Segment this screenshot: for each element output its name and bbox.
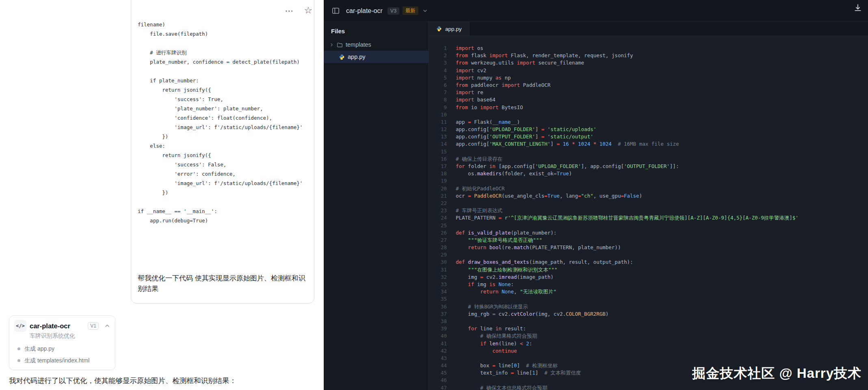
editor-column: app.py 1import os2from flask import Flas…: [429, 22, 868, 390]
code-line: 43: [429, 355, 868, 362]
code-line: 24PLATE_PATTERN = r'^[京津沪渝冀豫云辽黑湘皖鲁新苏浙赣鄂桂…: [429, 214, 868, 222]
code-line: 36 # 转换BGR为RGB以便显示: [429, 303, 868, 310]
latest-badge: 最新: [403, 6, 418, 15]
editor-tabstrip: app.py: [429, 22, 868, 36]
workspace-panel: car-plate-ocr V3 最新 Files templates app.…: [324, 0, 868, 390]
version-badge: V3: [387, 7, 399, 15]
tree-file-app-py[interactable]: app.py: [324, 51, 429, 63]
watermark-text: 掘金技术社区 @ Harry技术: [692, 364, 862, 383]
code-line: 1import os: [429, 45, 868, 52]
code-line: 31 """在图像上绘制检测框和识别文本""": [429, 266, 868, 274]
tab-app-py[interactable]: app.py: [429, 22, 470, 36]
code-line: 3from werkzeug.utils import secure_filen…: [429, 59, 868, 67]
folder-icon: [337, 42, 343, 48]
code-line: 15: [429, 148, 868, 155]
more-options-button[interactable]: ⋯: [285, 6, 293, 15]
code-line: 8import base64: [429, 96, 868, 103]
code-line: 5import numpy as np: [429, 74, 868, 82]
code-line: 13app.config['OUTPUT_FOLDER'] = 'static/…: [429, 133, 868, 140]
code-line: 37 img_rgb = cv2.cvtColor(img, cv2.COLOR…: [429, 310, 868, 318]
python-icon: [436, 26, 442, 32]
chat-toolbar: ⋯ ☆: [285, 6, 312, 15]
chat-panel: ⋯ ☆ filename) file.save(filepath) # 进行车牌…: [0, 0, 324, 390]
code-line: 28 return bool(re.match(PLATE_PATTERN, p…: [429, 244, 868, 251]
code-line: 22: [429, 200, 868, 207]
folder-name: templates: [346, 41, 371, 48]
code-line: 33 if img is None:: [429, 281, 868, 288]
user-prompt-text: 帮我优化一下代码 使其实现显示原始图片、检测框和识别结果: [138, 273, 307, 294]
status-dot-icon: [17, 347, 20, 350]
code-line: 12app.config['UPLOAD_FOLDER'] = 'static/…: [429, 126, 868, 133]
favorite-star-button[interactable]: ☆: [304, 6, 312, 15]
code-line: 7import re: [429, 89, 868, 96]
artifact-item-index-html[interactable]: 生成 templates/index.html: [14, 355, 110, 366]
artifact-title: car-plate-ocr: [30, 322, 70, 330]
chevron-up-icon[interactable]: [104, 323, 110, 329]
code-line: 35: [429, 295, 868, 303]
status-dot-icon: [17, 359, 20, 362]
code-line: 21ocr = PaddleOCR(use_angle_cls=True, la…: [429, 192, 868, 200]
code-line: 41 if len(line) < 2:: [429, 340, 868, 347]
code-line: 11app = Flask(__name__): [429, 119, 868, 126]
code-line: 20# 初始化PaddleOCR: [429, 185, 868, 192]
code-line: 40 # 确保结果格式符合预期: [429, 332, 868, 340]
user-code-block: filename) file.save(filepath) # 进行车牌识别 p…: [138, 20, 307, 225]
code-line: 23# 车牌号正则表达式: [429, 207, 868, 214]
code-icon: </>: [14, 320, 26, 332]
assistant-response-text: 我对代码进行了以下优化，使其能够显示原始图片、检测框和识别结果：: [9, 376, 236, 386]
tab-label: app.py: [445, 26, 462, 32]
artifact-subtitle: 车牌识别系统优化: [30, 332, 110, 340]
code-line: 34 return None, "无法读取图片": [429, 288, 868, 295]
code-lines: 1import os2from flask import Flask, rend…: [429, 45, 868, 390]
file-name: app.py: [348, 54, 366, 60]
python-icon: [339, 54, 345, 60]
code-line: 4import cv2: [429, 67, 868, 74]
code-line: 16# 确保上传目录存在: [429, 155, 868, 163]
code-line: 29: [429, 251, 868, 259]
chevron-down-icon[interactable]: [422, 8, 428, 13]
code-line: 39 for line in result:: [429, 325, 868, 332]
artifact-version-badge: V1: [88, 322, 99, 330]
code-line: 25: [429, 222, 868, 229]
artifact-card[interactable]: </> car-plate-ocr V1 车牌识别系统优化 生成 app.py …: [9, 315, 115, 370]
code-line: 47 # 确保文本信息格式符合预期: [429, 384, 868, 390]
chevron-right-icon: [329, 43, 334, 47]
code-line: 6from paddleocr import PaddleOCR: [429, 82, 868, 89]
project-title: car-plate-ocr: [346, 7, 383, 15]
code-line: 17for folder in [app.config['UPLOAD_FOLD…: [429, 163, 868, 170]
workspace-body: Files templates app.py app.py: [324, 22, 868, 390]
code-line: 27 """验证车牌号格式是否正确""": [429, 237, 868, 244]
code-line: 38: [429, 318, 868, 325]
artifact-item-app-py[interactable]: 生成 app.py: [14, 343, 110, 355]
artifact-card-header: </> car-plate-ocr V1: [14, 320, 110, 332]
artifact-item-label: 生成 templates/index.html: [24, 357, 89, 364]
artifact-item-label: 生成 app.py: [24, 345, 54, 353]
code-line: 14app.config['MAX_CONTENT_LENGTH'] = 16 …: [429, 140, 868, 148]
code-editor[interactable]: 1import os2from flask import Flask, rend…: [429, 36, 868, 390]
user-message-bubble: filename) file.save(filepath) # 进行车牌识别 p…: [131, 0, 314, 304]
code-line: 26def is_valid_plate(plate_number):: [429, 229, 868, 237]
workspace-header: car-plate-ocr V3 最新: [324, 0, 868, 22]
files-panel: Files templates app.py: [324, 22, 429, 390]
code-line: 2from flask import Flask, render_templat…: [429, 52, 868, 59]
code-line: 18 os.makedirs(folder, exist_ok=True): [429, 170, 868, 177]
code-line: 10: [429, 111, 868, 119]
code-line: 32 img = cv2.imread(image_path): [429, 274, 868, 281]
code-line: 19: [429, 177, 868, 185]
code-line: 30def draw_boxes_and_texts(image_path, r…: [429, 259, 868, 266]
files-panel-title: Files: [324, 27, 429, 39]
tree-folder-templates[interactable]: templates: [324, 39, 429, 51]
code-line: 42 continue: [429, 347, 868, 355]
download-button[interactable]: [853, 3, 862, 12]
sidebar-toggle-button[interactable]: [332, 7, 340, 15]
code-line: 9from io import BytesIO: [429, 104, 868, 111]
